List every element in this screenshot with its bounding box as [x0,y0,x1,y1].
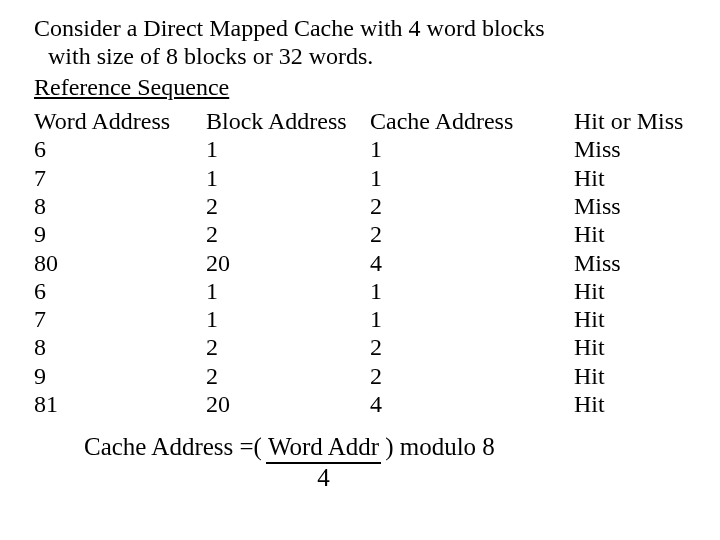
cell-word: 81 [34,390,206,418]
table-row: 7 1 1 Hit [34,164,714,192]
cell-hit: Hit [574,277,714,305]
formula-fraction: Word Addr 4 [266,434,381,491]
cell-block: 2 [206,333,370,361]
table-row: 8 2 2 Miss [34,192,714,220]
formula-numerator: Word Addr [266,434,381,460]
cell-word: 7 [34,305,206,333]
intro-line-1: Consider a Direct Mapped Cache with 4 wo… [34,14,720,42]
table-row: 8 2 2 Hit [34,333,714,361]
cell-word: 6 [34,277,206,305]
cell-hit: Miss [574,135,714,163]
header-block-address: Block Address [206,107,370,135]
table-row: 6 1 1 Hit [34,277,714,305]
cell-cache: 1 [370,305,574,333]
cell-hit: Hit [574,362,714,390]
formula-lhs: Cache Address =( [84,434,262,460]
cache-address-formula: Cache Address =( Word Addr 4 ) modulo 8 [34,434,720,491]
cell-cache: 1 [370,135,574,163]
page: Consider a Direct Mapped Cache with 4 wo… [0,0,720,491]
header-cache-address: Cache Address [370,107,574,135]
cell-word: 80 [34,249,206,277]
table-row: 9 2 2 Hit [34,220,714,248]
table-row: 80 20 4 Miss [34,249,714,277]
intro-text: Consider a Direct Mapped Cache with 4 wo… [34,14,720,71]
table-row: 6 1 1 Miss [34,135,714,163]
cell-cache: 4 [370,390,574,418]
table-body: 6 1 1 Miss 7 1 1 Hit 8 2 2 Miss 9 2 2 [34,135,714,418]
cell-block: 1 [206,164,370,192]
header-hit-or-miss: Hit or Miss [574,107,714,135]
cell-hit: Hit [574,305,714,333]
cell-word: 8 [34,333,206,361]
cell-block: 1 [206,305,370,333]
header-word-address: Word Address [34,107,206,135]
cell-hit: Miss [574,249,714,277]
cell-block: 1 [206,135,370,163]
formula-rhs: ) modulo 8 [385,434,495,460]
reference-sequence-heading: Reference Sequence [34,73,720,101]
cell-word: 7 [34,164,206,192]
reference-table: Word Address Block Address Cache Address… [34,107,714,418]
table-row: 7 1 1 Hit [34,305,714,333]
cell-hit: Hit [574,390,714,418]
cell-block: 20 [206,249,370,277]
cell-cache: 2 [370,220,574,248]
table-header-row: Word Address Block Address Cache Address… [34,107,714,135]
cell-block: 2 [206,362,370,390]
intro-line-2: with size of 8 blocks or 32 words. [34,42,720,70]
cell-cache: 1 [370,164,574,192]
cell-hit: Hit [574,333,714,361]
cell-hit: Hit [574,220,714,248]
cell-cache: 2 [370,333,574,361]
cell-block: 1 [206,277,370,305]
cell-cache: 2 [370,362,574,390]
cell-word: 8 [34,192,206,220]
cell-cache: 4 [370,249,574,277]
cell-hit: Hit [574,164,714,192]
cell-block: 2 [206,192,370,220]
cell-word: 9 [34,362,206,390]
formula-denominator: 4 [317,465,330,491]
cell-cache: 2 [370,192,574,220]
cell-block: 20 [206,390,370,418]
cell-word: 6 [34,135,206,163]
cell-cache: 1 [370,277,574,305]
cell-block: 2 [206,220,370,248]
cell-hit: Miss [574,192,714,220]
table-row: 9 2 2 Hit [34,362,714,390]
table-row: 81 20 4 Hit [34,390,714,418]
cell-word: 9 [34,220,206,248]
